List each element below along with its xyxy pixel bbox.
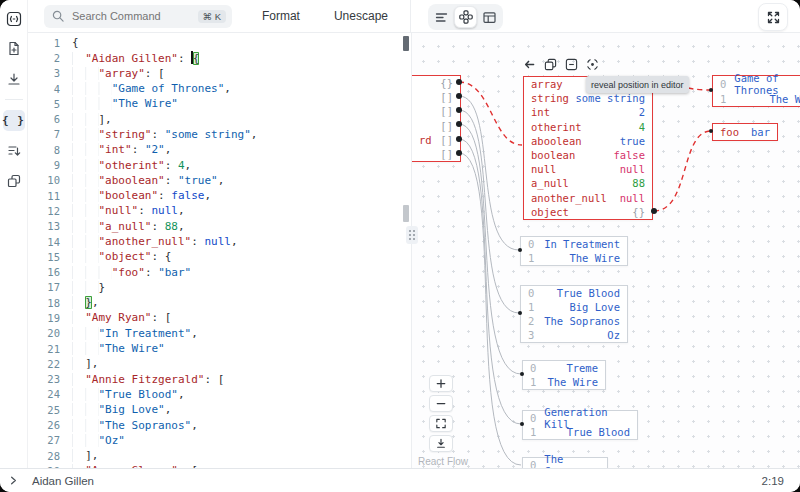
compare-button[interactable] — [3, 170, 25, 191]
editor-toolbar: ⌘ K Format Unescape — [28, 0, 411, 32]
code-line[interactable]: 23 "Annie Fitzgerald": [ — [28, 372, 401, 387]
activity-bar: { } — [0, 0, 28, 468]
focus-node-icon[interactable] — [586, 58, 599, 71]
minus-icon — [436, 398, 446, 409]
graph-node-anwan-glover[interactable]: 0Treme1The Wire — [522, 360, 606, 390]
copy-node-icon[interactable] — [544, 58, 557, 71]
node-row: a_null88 — [524, 176, 652, 190]
collapse-node-icon[interactable] — [565, 58, 578, 71]
line-number: 22 — [28, 358, 60, 370]
json-editor[interactable]: 1{2 "Aidan Gillen": {3 "array": [4 "Game… — [28, 33, 411, 468]
tooltip: reveal position in editor — [586, 76, 689, 93]
download-button[interactable] — [3, 68, 25, 89]
text-view-tab[interactable] — [430, 6, 453, 28]
table-view-tab[interactable] — [478, 6, 501, 28]
code-line[interactable]: 12 "null": null, — [28, 203, 401, 218]
node-row: 0Game of Thrones — [713, 76, 800, 91]
root-node-row: [] — [412, 104, 460, 118]
node-row: another_nullnull — [524, 191, 652, 205]
react-flow-attribution: React Flow — [418, 456, 468, 467]
sidebar-divider — [5, 99, 23, 100]
unescape-button[interactable]: Unescape — [328, 8, 394, 24]
code-line[interactable]: 27 "Oz" — [28, 433, 401, 448]
transform-button[interactable] — [3, 140, 25, 161]
zoom-out-button[interactable] — [429, 395, 453, 412]
code-line[interactable]: 6 ], — [28, 111, 401, 126]
chevron-right-icon — [8, 475, 19, 486]
code-line[interactable]: 1{ — [28, 35, 401, 50]
panel-resize-handle[interactable] — [406, 226, 418, 244]
fullscreen-icon — [767, 11, 780, 24]
code-line[interactable]: 24 "True Blood", — [28, 387, 401, 402]
code-line[interactable]: 14 "another_null": null, — [28, 234, 401, 249]
line-number: 5 — [28, 98, 60, 110]
graph-view-tab[interactable] — [454, 6, 477, 28]
selected-node[interactable]: arraystringsome stringint2otherint4abool… — [523, 76, 653, 220]
code-line[interactable]: 13 "a_null": 88, — [28, 219, 401, 234]
format-button[interactable]: Format — [256, 8, 306, 24]
bottom-panel-toggle[interactable] — [8, 475, 19, 486]
code-line[interactable]: 5 "The Wire" — [28, 96, 401, 111]
graph-node-foo-object[interactable]: foobar — [712, 123, 778, 141]
zoom-controls — [429, 375, 453, 452]
code-line[interactable]: 2 "Aidan Gillen": { — [28, 50, 401, 65]
code-line[interactable]: 10 "aboolean": "true", — [28, 173, 401, 188]
search-shortcut-badge: ⌘ K — [198, 10, 226, 23]
code-line[interactable]: 4 "Game of Thrones", — [28, 81, 401, 96]
node-row: abooleantrue — [524, 134, 652, 148]
download-image-icon — [436, 438, 446, 449]
line-number: 10 — [28, 174, 60, 186]
code-line[interactable]: 22 ], — [28, 356, 401, 371]
graph-node-alice-farmer[interactable]: 0The Corner — [522, 457, 608, 468]
code-line[interactable]: 25 "Big Love", — [28, 402, 401, 417]
root-node-row: [] — [412, 90, 460, 104]
code-line[interactable]: 18 }, — [28, 295, 401, 310]
fit-view-button[interactable] — [429, 415, 453, 432]
code-line[interactable]: 26 "The Sopranos", — [28, 417, 401, 432]
code-line[interactable]: 3 "array": [ — [28, 66, 401, 81]
cursor-position: 2:19 — [762, 475, 784, 487]
line-number: 28 — [28, 450, 60, 462]
root-node-row: rd[] — [412, 133, 460, 147]
code-line[interactable]: 17 } — [28, 280, 401, 295]
code-line[interactable]: 9 "otherint": 4, — [28, 157, 401, 172]
selected-node-path: Aidan Gillen — [32, 475, 94, 487]
node-row: 1True Blood — [523, 425, 637, 439]
download-image-button[interactable] — [429, 435, 453, 452]
table-view-icon — [483, 11, 496, 24]
fullscreen-button[interactable] — [758, 3, 788, 31]
code-line[interactable]: 28 ], — [28, 448, 401, 463]
graph-node-annie-fitzgerald[interactable]: 0True Blood1Big Love2The Sopranos3Oz — [520, 285, 628, 343]
code-line[interactable]: 21 "The Wire" — [28, 341, 401, 356]
code-line[interactable]: 16 "foo": "bar" — [28, 264, 401, 279]
graph-canvas[interactable]: {}[][][]rd[][]arraystringsome stringint2… — [412, 33, 800, 468]
new-document-button[interactable] — [3, 38, 25, 59]
zoom-in-button[interactable] — [429, 375, 453, 392]
graph-node-alexander-skarsgard[interactable]: 0Generation Kill1True Blood — [522, 410, 638, 440]
view-switcher — [428, 4, 503, 30]
search-input[interactable] — [70, 9, 192, 23]
line-number: 8 — [28, 144, 60, 156]
app-logo-icon — [3, 8, 25, 29]
root-node[interactable]: {}[][][]rd[][] — [412, 75, 461, 162]
code-line[interactable]: 7 "string": "some string", — [28, 127, 401, 142]
line-number: 21 — [28, 343, 60, 355]
line-number: 20 — [28, 327, 60, 339]
search-command[interactable]: ⌘ K — [44, 5, 232, 28]
code-line[interactable]: 20 "In Treatment", — [28, 326, 401, 341]
node-row: 0The Corner — [523, 458, 607, 468]
code-line[interactable]: 15 "object": { — [28, 249, 401, 264]
graph-toolbar — [411, 0, 800, 32]
line-number: 16 — [28, 266, 60, 278]
code-line[interactable]: 19 "Amy Ryan": [ — [28, 310, 401, 325]
graph-node-amy-ryan[interactable]: 0In Treatment1The Wire — [520, 236, 628, 266]
json-editor-tab[interactable]: { } — [3, 110, 25, 131]
code-line[interactable]: 8 "int": "2", — [28, 142, 401, 157]
code-line[interactable]: 11 "boolean": false, — [28, 188, 401, 203]
editor-overview-marker — [403, 205, 409, 222]
node-row: 2The Sopranos — [521, 314, 627, 328]
plus-icon — [436, 378, 446, 389]
editor-scrollbar-thumb[interactable] — [403, 36, 409, 51]
graph-node-aidan-array[interactable]: 0Game of Thrones1The Wire — [712, 75, 800, 107]
back-arrow-icon[interactable] — [523, 58, 536, 71]
